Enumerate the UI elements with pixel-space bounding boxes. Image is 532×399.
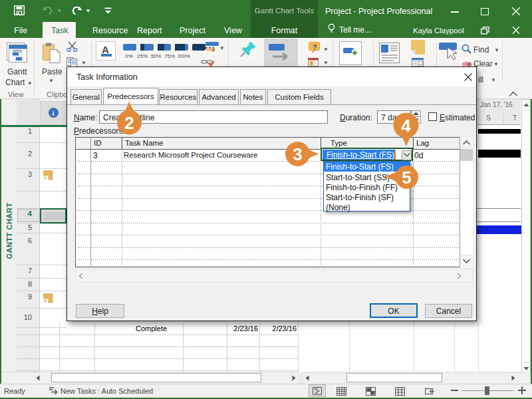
svg-text:5: 5 [402, 168, 411, 188]
svg-text:4: 4 [401, 116, 411, 136]
svg-text:2: 2 [124, 113, 134, 133]
svg-text:3: 3 [293, 144, 302, 164]
